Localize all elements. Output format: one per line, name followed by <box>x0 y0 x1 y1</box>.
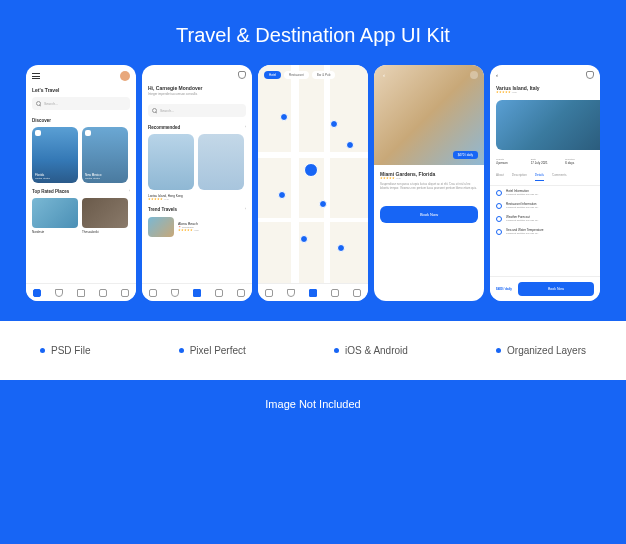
screen-detail: ‹ $470 / daily Miami Gardens, Florida ★★… <box>374 65 484 301</box>
destination-card[interactable]: New MexicoUnited States <box>82 127 128 183</box>
feature-item: Organized Layers <box>496 345 586 356</box>
mail-icon[interactable] <box>99 289 107 297</box>
map-tab-bar[interactable]: Bar & Pub <box>312 71 336 79</box>
map-pin-active[interactable] <box>304 163 318 177</box>
header-title: Let's Travel <box>26 85 136 93</box>
weather-icon <box>496 216 502 222</box>
recommended-heading: Recommended <box>148 125 180 130</box>
page-title: Travel & Destination App UI Kit <box>0 0 626 65</box>
top-rated-heading: Top Rated Places <box>32 189 69 194</box>
map-pin[interactable] <box>319 200 327 208</box>
feature-item: PSD File <box>40 345 90 356</box>
heart-icon[interactable] <box>55 289 63 297</box>
tab-about[interactable]: About <box>496 173 504 181</box>
home-icon[interactable] <box>33 289 41 297</box>
trend-heading: Trend Travels <box>148 207 177 212</box>
info-item: Hotel InformationPraesent porttitor nisl… <box>490 186 600 199</box>
profile-icon[interactable] <box>353 289 361 297</box>
bookmark-icon[interactable] <box>85 130 91 136</box>
screen-info: ‹ Varius Island, Italy ★★★★★ (4.8) Guest… <box>490 65 600 301</box>
place-card[interactable]: Nordeste <box>32 198 78 234</box>
hero-image <box>496 100 600 150</box>
heart-icon[interactable] <box>287 289 295 297</box>
screen-map: Hotel Restaurant Bar & Pub <box>258 65 368 301</box>
footer-price: $400 / daily <box>496 287 512 291</box>
feature-item: Pixel Perfect <box>179 345 246 356</box>
apps-icon[interactable] <box>193 289 201 297</box>
greeting: Hi, Carnegie Mondover <box>142 83 252 91</box>
screen-discover: Hi, Carnegie Mondover Integer imperdiet … <box>142 65 252 301</box>
map-tab-restaurant[interactable]: Restaurant <box>284 71 309 79</box>
info-item: Restaurant InformationPraesent porttitor… <box>490 199 600 212</box>
destination-card[interactable] <box>148 134 194 190</box>
list-item[interactable]: Alona Beach 📍 Philippines ★★★★★ (4.5) <box>142 214 252 240</box>
bottom-nav <box>258 283 368 301</box>
book-button[interactable]: Book Now <box>380 206 478 223</box>
see-all-link[interactable]: › <box>245 125 246 130</box>
search-input[interactable]: Search... <box>32 97 130 110</box>
discover-heading: Discover <box>32 118 51 123</box>
map-pin[interactable] <box>300 235 308 243</box>
destination-card[interactable] <box>198 134 244 190</box>
map-pin[interactable] <box>280 113 288 121</box>
tab-details[interactable]: Details <box>535 173 544 181</box>
bookmark-icon[interactable] <box>470 71 478 79</box>
mail-icon[interactable] <box>331 289 339 297</box>
price-tag: $470 / daily <box>453 151 478 159</box>
apps-icon[interactable] <box>77 289 85 297</box>
tab-comments[interactable]: Comments <box>552 173 567 181</box>
bell-icon[interactable] <box>586 71 594 79</box>
destination-card[interactable]: FloridaUnited States <box>32 127 78 183</box>
info-item: Weather ForecastPraesent porttitor nisl … <box>490 212 600 225</box>
see-all-link[interactable]: › <box>129 189 130 194</box>
home-icon[interactable] <box>265 289 273 297</box>
tab-description[interactable]: Description <box>512 173 527 181</box>
profile-icon[interactable] <box>121 289 129 297</box>
back-icon[interactable]: ‹ <box>496 72 498 78</box>
menu-icon[interactable] <box>32 73 40 79</box>
see-all-link[interactable]: › <box>245 207 246 212</box>
map-view[interactable]: Hotel Restaurant Bar & Pub <box>258 65 368 283</box>
avatar[interactable] <box>120 71 130 81</box>
feature-item: iOS & Android <box>334 345 408 356</box>
apps-icon[interactable] <box>309 289 317 297</box>
hotel-icon <box>496 190 502 196</box>
map-pin[interactable] <box>346 141 354 149</box>
hero-image: ‹ $470 / daily <box>374 65 484 165</box>
search-icon <box>152 108 157 113</box>
heart-icon[interactable] <box>171 289 179 297</box>
bottom-nav <box>142 283 252 301</box>
bottom-nav <box>26 283 136 301</box>
features-bar: PSD File Pixel Perfect iOS & Android Org… <box>0 321 626 380</box>
detail-description: Suspendisse non purus a turpis luctus al… <box>380 180 478 194</box>
profile-icon[interactable] <box>237 289 245 297</box>
search-input[interactable]: Search... <box>148 104 246 117</box>
bookmark-icon[interactable] <box>35 130 41 136</box>
book-button[interactable]: Book Now <box>518 282 594 296</box>
map-tab-hotel[interactable]: Hotel <box>264 71 281 79</box>
search-icon <box>36 101 41 106</box>
phone-mockups: Let's Travel Search... Discover FloridaU… <box>0 65 626 301</box>
map-pin[interactable] <box>278 191 286 199</box>
back-icon[interactable]: ‹ <box>380 71 388 79</box>
screen-home: Let's Travel Search... Discover FloridaU… <box>26 65 136 301</box>
home-icon[interactable] <box>149 289 157 297</box>
map-pin[interactable] <box>337 244 345 252</box>
restaurant-icon <box>496 203 502 209</box>
place-card[interactable]: Thessaloniki <box>82 198 128 234</box>
info-item: Sea and Water TemperaturePraesent portti… <box>490 225 600 238</box>
disclaimer: Image Not Included <box>0 380 626 428</box>
mail-icon[interactable] <box>215 289 223 297</box>
water-icon <box>496 229 502 235</box>
greeting-sub: Integer imperdiet accumsan convallis <box>142 91 252 100</box>
map-pin[interactable] <box>330 120 338 128</box>
bell-icon[interactable] <box>238 71 246 79</box>
